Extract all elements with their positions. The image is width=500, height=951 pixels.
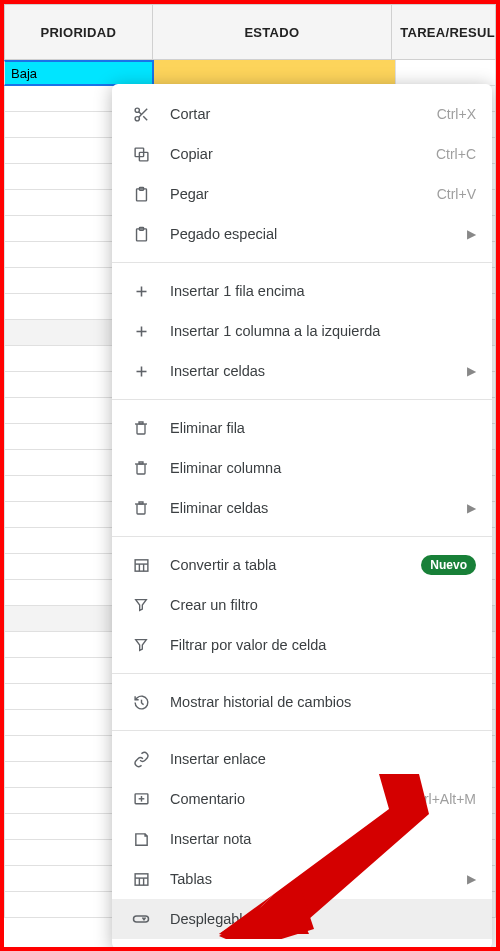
menu-label: Cortar: [170, 106, 437, 122]
trash-icon: [128, 460, 154, 476]
menu-create-filter[interactable]: Crear un filtro: [112, 585, 492, 625]
selected-cell[interactable]: Baja: [4, 60, 154, 86]
menu-paste[interactable]: Pegar Ctrl+V: [112, 174, 492, 214]
shortcut: Ctrl+V: [437, 186, 476, 202]
menu-insert-col-left[interactable]: Insertar 1 columna a la izquierda: [112, 311, 492, 351]
shortcut: Ctrl+Alt+M: [410, 791, 476, 807]
menu-dropdown[interactable]: Desplegable: [112, 899, 492, 939]
submenu-arrow-icon: ▶: [467, 872, 476, 886]
col-header-tarea[interactable]: TAREA/RESUL: [392, 4, 496, 60]
menu-label: Convertir a tabla: [170, 557, 421, 573]
col-header-estado[interactable]: ESTADO: [153, 4, 393, 60]
menu-filter-by-value[interactable]: Filtrar por valor de celda: [112, 625, 492, 665]
copy-icon: [128, 146, 154, 163]
menu-delete-col[interactable]: Eliminar columna: [112, 448, 492, 488]
submenu-arrow-icon: ▶: [467, 227, 476, 241]
separator: [112, 399, 492, 400]
menu-copy[interactable]: Copiar Ctrl+C: [112, 134, 492, 174]
col-header-prioridad[interactable]: PRIORIDAD: [4, 4, 153, 60]
link-icon: [128, 751, 154, 768]
svg-rect-17: [135, 559, 148, 570]
menu-label: Desplegable: [170, 911, 476, 927]
trash-icon: [128, 420, 154, 436]
menu-label: Insertar nota: [170, 831, 476, 847]
plus-icon: [128, 324, 154, 339]
menu-label: Insertar 1 fila encima: [170, 283, 476, 299]
menu-insert-note[interactable]: Insertar nota: [112, 819, 492, 859]
filter-icon: [128, 597, 154, 613]
menu-label: Copiar: [170, 146, 436, 162]
svg-line-4: [138, 111, 141, 114]
menu-label: Insertar 1 columna a la izquierda: [170, 323, 476, 339]
separator: [112, 673, 492, 674]
new-badge: Nuevo: [421, 555, 476, 575]
history-icon: [128, 694, 154, 711]
table-icon: [128, 557, 154, 574]
submenu-arrow-icon: ▶: [467, 364, 476, 378]
menu-label: Eliminar celdas: [170, 500, 467, 516]
shortcut: Ctrl+C: [436, 146, 476, 162]
cell[interactable]: [396, 60, 496, 86]
menu-delete-cells[interactable]: Eliminar celdas ▶: [112, 488, 492, 528]
menu-insert-cells[interactable]: Insertar celdas ▶: [112, 351, 492, 391]
submenu-arrow-icon: ▶: [467, 501, 476, 515]
menu-label: Crear un filtro: [170, 597, 476, 613]
clipboard-icon: [128, 226, 154, 243]
menu-cut[interactable]: Cortar Ctrl+X: [112, 94, 492, 134]
menu-tables[interactable]: Tablas ▶: [112, 859, 492, 899]
svg-rect-30: [134, 916, 149, 922]
menu-label: Insertar enlace: [170, 751, 476, 767]
menu-delete-row[interactable]: Eliminar fila: [112, 408, 492, 448]
clipboard-icon: [128, 186, 154, 203]
menu-comment[interactable]: Comentario Ctrl+Alt+M: [112, 779, 492, 819]
svg-rect-26: [135, 873, 148, 884]
menu-label: Comentario: [170, 791, 410, 807]
separator: [112, 730, 492, 731]
menu-paste-special[interactable]: Pegado especial ▶: [112, 214, 492, 254]
comment-icon: [128, 791, 154, 808]
menu-insert-link[interactable]: Insertar enlace: [112, 739, 492, 779]
menu-label: Insertar celdas: [170, 363, 467, 379]
menu-label: Pegar: [170, 186, 437, 202]
menu-show-history[interactable]: Mostrar historial de cambios: [112, 682, 492, 722]
menu-convert-to-table[interactable]: Convertir a tabla Nuevo: [112, 545, 492, 585]
menu-insert-row-above[interactable]: Insertar 1 fila encima: [112, 271, 492, 311]
trash-icon: [128, 500, 154, 516]
menu-label: Filtrar por valor de celda: [170, 637, 476, 653]
plus-icon: [128, 364, 154, 379]
filter-icon: [128, 637, 154, 653]
separator: [112, 262, 492, 263]
menu-label: Pegado especial: [170, 226, 467, 242]
table-icon: [128, 871, 154, 888]
plus-icon: [128, 284, 154, 299]
menu-label: Mostrar historial de cambios: [170, 694, 476, 710]
svg-line-3: [143, 116, 147, 120]
note-icon: [128, 831, 154, 848]
menu-label: Tablas: [170, 871, 467, 887]
separator: [112, 536, 492, 537]
context-menu: Cortar Ctrl+X Copiar Ctrl+C Pegar Ctrl+V…: [112, 84, 492, 949]
dropdown-icon: [128, 910, 154, 928]
scissors-icon: [128, 106, 154, 123]
column-headers-row: PRIORIDAD ESTADO TAREA/RESUL: [4, 4, 496, 60]
menu-label: Eliminar fila: [170, 420, 476, 436]
svg-line-22: [141, 703, 143, 704]
menu-label: Eliminar columna: [170, 460, 476, 476]
shortcut: Ctrl+X: [437, 106, 476, 122]
cell[interactable]: [154, 60, 396, 86]
